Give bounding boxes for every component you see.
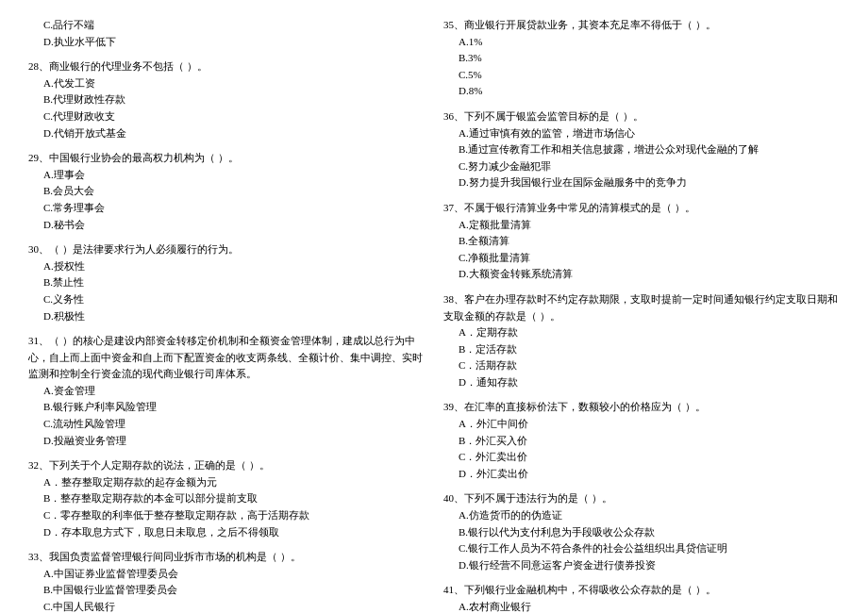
option-32-a: A．整存整取定期存款的起存金额为元 (28, 474, 425, 491)
question-block-40: 40、下列不属于违法行为的是（ ）。 A.仿造货币的的伪造证 B.银行以代为支付… (443, 490, 840, 573)
option-30-b: B.禁止性 (28, 274, 425, 291)
question-30-title: 30、（ ）是法律要求行为人必须履行的行为。 (28, 241, 425, 258)
question-block-cd: C.品行不端 D.执业水平低下 (28, 17, 425, 50)
option-28-a: A.代发工资 (28, 75, 425, 92)
option-d: D.执业水平低下 (28, 34, 425, 51)
option-33-c: C.中国人民银行 (28, 599, 425, 613)
option-39-c: C．外汇卖出价 (443, 449, 840, 466)
option-33-b: B.中国银行业监督管理委员会 (28, 582, 425, 599)
option-28-b: B.代理财政性存款 (28, 91, 425, 108)
option-c: C.品行不端 (28, 17, 425, 34)
question-38-title: 38、客户在办理存款时不约定存款期限，支取时提前一定时间通知银行约定支取日期和支… (443, 291, 840, 324)
question-33-title: 33、我国负责监督管理银行间同业拆市市场的机构是（ ）。 (28, 549, 425, 566)
option-30-a: A.授权性 (28, 258, 425, 275)
right-column: 35、商业银行开展贷款业务，其资本充足率不得低于（ ）。 A.1% B.3% C… (443, 17, 840, 613)
option-31-c: C.流动性风险管理 (28, 416, 425, 433)
question-36-title: 36、下列不属于银监会监管目标的是（ ）。 (443, 108, 840, 125)
option-40-b: B.银行以代为支付利息为手段吸收公众存款 (443, 524, 840, 541)
question-block-36: 36、下列不属于银监会监管目标的是（ ）。 A.通过审慎有效的监管，增进市场信心… (443, 108, 840, 191)
option-35-c: C.5% (443, 67, 840, 84)
option-33-a: A.中国证券业监督管理委员会 (28, 566, 425, 583)
question-block-35: 35、商业银行开展贷款业务，其资本充足率不得低于（ ）。 A.1% B.3% C… (443, 17, 840, 100)
question-block-32: 32、下列关于个人定期存款的说法，正确的是（ ）。 A．整存整取定期存款的起存金… (28, 457, 425, 540)
option-38-d: D．通知存款 (443, 374, 840, 391)
left-column: C.品行不端 D.执业水平低下 28、商业银行的代理业务不包括（ ）。 A.代发… (28, 17, 425, 613)
question-29-title: 29、中国银行业协会的最高权力机构为（ ）。 (28, 150, 425, 167)
option-30-c: C.义务性 (28, 291, 425, 308)
question-block-28: 28、商业银行的代理业务不包括（ ）。 A.代发工资 B.代理财政性存款 C.代… (28, 58, 425, 141)
question-35-title: 35、商业银行开展贷款业务，其资本充足率不得低于（ ）。 (443, 17, 840, 34)
option-30-d: D.积极性 (28, 308, 425, 325)
option-32-d: D．存本取息方式下，取息日未取息，之后不得领取 (28, 524, 425, 541)
question-block-33: 33、我国负责监督管理银行间同业拆市市场的机构是（ ）。 A.中国证券业监督管理… (28, 549, 425, 613)
question-block-29: 29、中国银行业协会的最高权力机构为（ ）。 A.理事会 B.会员大会 C.常务… (28, 150, 425, 233)
option-28-d: D.代销开放式基金 (28, 125, 425, 142)
option-29-a: A.理事会 (28, 167, 425, 184)
option-39-a: A．外汇中间价 (443, 416, 840, 433)
option-36-a: A.通过审慎有效的监管，增进市场信心 (443, 125, 840, 142)
option-35-d: D.8% (443, 83, 840, 100)
option-37-a: A.定额批量清算 (443, 217, 840, 234)
option-40-d: D.银行经营不同意运客户资金进行债券投资 (443, 557, 840, 574)
option-39-b: B．外汇买入价 (443, 433, 840, 450)
option-29-b: B.会员大会 (28, 183, 425, 200)
question-block-38: 38、客户在办理存款时不约定存款期限，支取时提前一定时间通知银行约定支取日期和支… (443, 291, 840, 391)
option-37-b: B.全额清算 (443, 233, 840, 250)
question-block-30: 30、（ ）是法律要求行为人必须履行的行为。 A.授权性 B.禁止性 C.义务性… (28, 241, 425, 324)
option-40-c: C.银行工作人员为不符合条件的社会公益组织出具贷信证明 (443, 540, 840, 557)
option-28-c: C.代理财政收支 (28, 108, 425, 125)
option-40-a: A.仿造货币的的伪造证 (443, 507, 840, 524)
option-32-c: C．零存整取的利率低于整存整取定期存款，高于活期存款 (28, 507, 425, 524)
option-36-b: B.通过宣传教育工作和相关信息披露，增进公众对现代金融的了解 (443, 141, 840, 158)
question-37-title: 37、不属于银行清算业务中常见的清算模式的是（ ）。 (443, 200, 840, 217)
question-31-title: 31、（ ）的核心是建设内部资金转移定价机制和全额资金管理体制，建成以总行为中心… (28, 333, 425, 383)
page-content: C.品行不端 D.执业水平低下 28、商业银行的代理业务不包括（ ）。 A.代发… (28, 17, 840, 613)
option-41-a: A.农村商业银行 (443, 599, 840, 613)
question-28-title: 28、商业银行的代理业务不包括（ ）。 (28, 58, 425, 75)
option-31-d: D.投融资业务管理 (28, 433, 425, 450)
question-39-title: 39、在汇率的直接标价法下，数额较小的价格应为（ ）。 (443, 399, 840, 416)
option-36-d: D.努力提升我国银行业在国际金融服务中的竞争力 (443, 174, 840, 191)
question-block-37: 37、不属于银行清算业务中常见的清算模式的是（ ）。 A.定额批量清算 B.全额… (443, 200, 840, 283)
option-37-d: D.大额资金转账系统清算 (443, 266, 840, 283)
option-38-a: A．定期存款 (443, 324, 840, 341)
option-31-b: B.银行账户利率风险管理 (28, 399, 425, 416)
option-37-c: C.净额批量清算 (443, 250, 840, 267)
option-29-d: D.秘书会 (28, 217, 425, 234)
option-36-c: C.努力减少金融犯罪 (443, 158, 840, 175)
question-41-title: 41、下列银行业金融机构中，不得吸收公众存款的是（ ）。 (443, 582, 840, 599)
option-35-a: A.1% (443, 34, 840, 51)
option-35-b: B.3% (443, 50, 840, 67)
option-38-b: B．定活存款 (443, 341, 840, 358)
option-29-c: C.常务理事会 (28, 200, 425, 217)
question-32-title: 32、下列关于个人定期存款的说法，正确的是（ ）。 (28, 457, 425, 474)
option-31-a: A.资金管理 (28, 383, 425, 400)
question-block-41: 41、下列银行业金融机构中，不得吸收公众存款的是（ ）。 A.农村商业银行 B.… (443, 582, 840, 613)
option-32-b: B．整存整取定期存款的本金可以部分提前支取 (28, 490, 425, 507)
option-38-c: C．活期存款 (443, 357, 840, 374)
question-40-title: 40、下列不属于违法行为的是（ ）。 (443, 490, 840, 507)
question-block-31: 31、（ ）的核心是建设内部资金转移定价机制和全额资金管理体制，建成以总行为中心… (28, 333, 425, 449)
question-block-39: 39、在汇率的直接标价法下，数额较小的价格应为（ ）。 A．外汇中间价 B．外汇… (443, 399, 840, 482)
option-39-d: D．外汇卖出价 (443, 466, 840, 483)
